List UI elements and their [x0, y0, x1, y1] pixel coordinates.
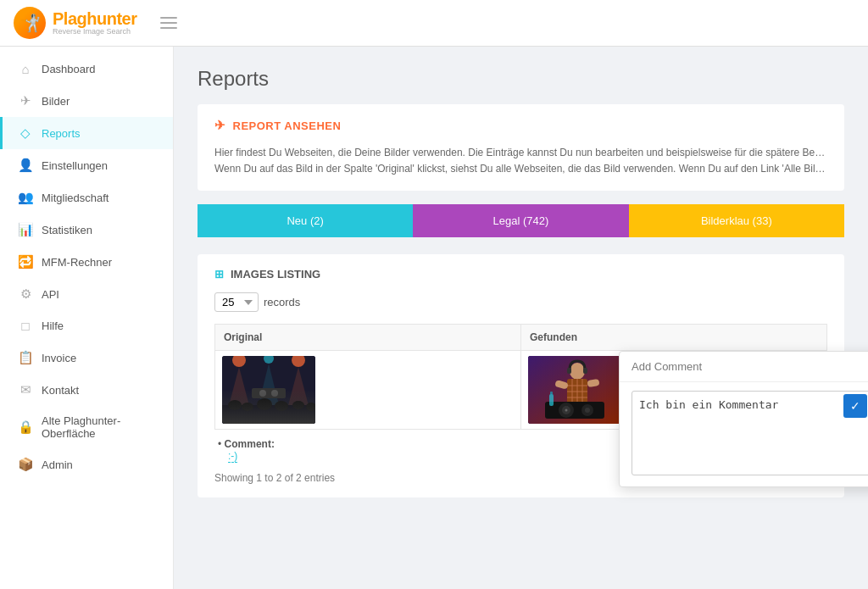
comment-label: Comment: [225, 438, 275, 450]
sidebar-item-reports[interactable]: ◇ Reports [0, 117, 173, 149]
invoice-icon: 📋 [18, 350, 33, 365]
sidebar-item-dashboard[interactable]: ⌂ Dashboard [0, 53, 173, 85]
svg-rect-21 [583, 368, 587, 374]
tab-legal[interactable]: Legal (742) [413, 204, 628, 237]
popup-actions: ✓ ✕ [843, 394, 868, 418]
confirm-comment-button[interactable]: ✓ [843, 394, 867, 418]
main-content: Reports ✈ REPORT ANSEHEN Hier findest Du… [174, 47, 868, 589]
reports-icon: ◇ [18, 125, 33, 141]
svg-point-16 [271, 390, 278, 397]
sidebar-item-alte[interactable]: 🔒 Alte Plaghunter-Oberfläche [0, 406, 173, 448]
report-section: ✈ REPORT ANSEHEN Hier findest Du Webseit… [198, 104, 844, 191]
svg-point-19 [570, 363, 585, 380]
top-bar: 🤺 Plaghunter Reverse Image Search [0, 0, 868, 47]
sidebar-item-hilfe[interactable]: □ Hilfe [0, 310, 173, 342]
svg-point-34 [565, 409, 568, 412]
mfm-icon: 🔁 [18, 254, 33, 269]
sidebar-item-bilder[interactable]: ✈ Bilder [0, 85, 173, 117]
original-cell [215, 351, 521, 430]
tab-neu[interactable]: Neu (2) [198, 204, 413, 237]
add-comment-popup: Add Comment ✓ ✕ [619, 351, 868, 487]
table-row: Add Comment ✓ ✕ [215, 351, 827, 430]
sidebar-item-label: Reports [42, 127, 81, 140]
einstellungen-icon: 👤 [18, 158, 33, 173]
sidebar-item-label: Mitgliedschaft [42, 192, 108, 204]
svg-rect-20 [567, 368, 571, 374]
logo-name: Plaghunter [53, 9, 136, 28]
gefunden-cell: Add Comment ✓ ✕ [521, 351, 827, 430]
report-heading: ✈ REPORT ANSEHEN [214, 118, 827, 133]
original-thumbnail[interactable] [222, 356, 315, 424]
sidebar-item-label: Hilfe [42, 320, 64, 332]
records-row: 25 50 100 records [214, 292, 827, 312]
logo-icon: 🤺 [14, 7, 46, 39]
sidebar-item-label: Einstellungen [42, 159, 108, 172]
svg-rect-14 [252, 388, 286, 398]
mitgliedschaft-icon: 👥 [18, 190, 33, 205]
hilfe-icon: □ [18, 319, 33, 333]
tabs-row: Neu (2) Legal (742) Bilderklau (33) [198, 204, 844, 237]
report-text-2: Wenn Du auf das Bild in der Spalte 'Orig… [214, 161, 827, 177]
sidebar-item-mitgliedschaft[interactable]: 👥 Mitgliedschaft [0, 181, 173, 214]
comment-textarea[interactable] [632, 391, 868, 475]
kontakt-icon: ✉ [18, 382, 33, 397]
comment-value: :-) [228, 450, 237, 463]
svg-rect-37 [549, 394, 554, 406]
main-area: ⌂ Dashboard ✈ Bilder ◇ Reports 👤 Einstel… [0, 47, 868, 589]
hamburger-menu[interactable] [160, 17, 177, 29]
sidebar-item-label: Dashboard [42, 63, 96, 75]
col-header-original: Original [215, 325, 521, 351]
sidebar-item-api[interactable]: ⚙ API [0, 278, 173, 310]
col-header-gefunden: Gefunden [521, 325, 827, 351]
records-label: records [264, 296, 300, 308]
sidebar-item-kontakt[interactable]: ✉ Kontakt [0, 374, 173, 406]
sidebar-item-statistiken[interactable]: 📊 Statistiken [0, 214, 173, 246]
svg-point-36 [585, 408, 590, 413]
records-select[interactable]: 25 50 100 [214, 292, 259, 312]
bullet-icon: • [218, 438, 221, 450]
sidebar-item-label: Invoice [42, 352, 76, 364]
sidebar-item-admin[interactable]: 📦 Admin [0, 448, 173, 481]
popup-body: ✓ ✕ [620, 382, 868, 486]
svg-rect-7 [222, 405, 315, 424]
sidebar-item-invoice[interactable]: 📋 Invoice [0, 342, 173, 374]
report-plane-icon: ✈ [214, 118, 226, 133]
sidebar-item-label: Admin [42, 458, 73, 471]
logo-sub: Reverse Image Search [53, 28, 136, 36]
api-icon: ⚙ [18, 286, 33, 302]
alte-icon: 🔒 [18, 420, 33, 435]
svg-rect-38 [550, 392, 553, 395]
sidebar-item-label: Bilder [42, 95, 70, 108]
popup-header: Add Comment [620, 352, 868, 382]
svg-point-15 [259, 390, 266, 397]
svg-point-11 [275, 401, 288, 411]
logo-text: Plaghunter Reverse Image Search [53, 9, 136, 36]
statistiken-icon: 📊 [18, 222, 33, 237]
svg-rect-31 [545, 402, 604, 419]
svg-point-10 [257, 398, 272, 410]
admin-icon: 📦 [18, 457, 33, 472]
sidebar-item-label: MFM-Rechner [42, 256, 112, 269]
svg-point-8 [228, 400, 242, 410]
bilder-icon: ✈ [18, 93, 33, 108]
found-thumbnail[interactable] [528, 356, 621, 424]
sidebar-item-label: Alte Plaghunter-Oberfläche [42, 414, 158, 440]
page-title: Reports [198, 67, 844, 91]
grid-icon: ⊞ [214, 268, 224, 281]
svg-point-9 [242, 403, 253, 411]
svg-point-13 [306, 403, 315, 411]
sidebar-item-mfm-rechner[interactable]: 🔁 MFM-Rechner [0, 246, 173, 278]
images-section: ⊞ IMAGES LISTING 25 50 100 records Origi… [198, 254, 844, 497]
svg-point-12 [292, 401, 304, 409]
dashboard-icon: ⌂ [18, 62, 33, 76]
logo-area: 🤺 Plaghunter Reverse Image Search [14, 7, 136, 39]
images-table: Original Gefunden [214, 324, 827, 430]
report-text-1: Hier findest Du Webseiten, die Deine Bil… [214, 145, 827, 161]
sidebar-item-einstellungen[interactable]: 👤 Einstellungen [0, 149, 173, 181]
tab-bilderklau[interactable]: Bilderklau (33) [629, 204, 844, 237]
sidebar-item-label: Kontakt [42, 384, 79, 397]
sidebar: ⌂ Dashboard ✈ Bilder ◇ Reports 👤 Einstel… [0, 47, 174, 589]
sidebar-item-label: Statistiken [42, 224, 92, 236]
sidebar-item-label: API [42, 288, 59, 301]
images-section-heading: ⊞ IMAGES LISTING [214, 268, 827, 281]
